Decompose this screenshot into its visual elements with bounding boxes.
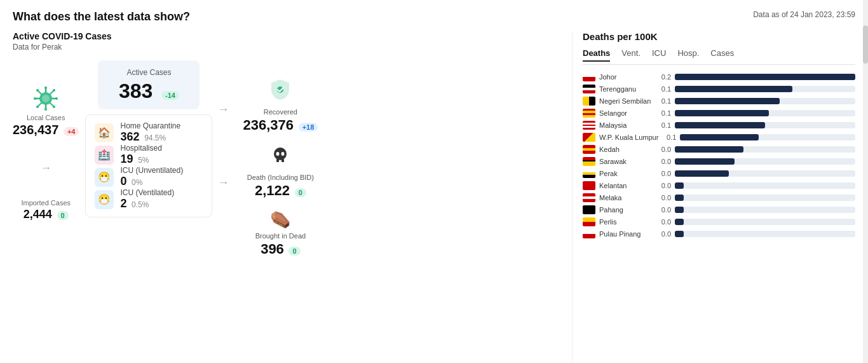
local-cases-number: 236,437: [13, 123, 58, 137]
bar-row-12: Perlis 0.0: [583, 217, 855, 226]
bar-bg-7: [675, 158, 855, 165]
breakdown-icon-3: 😷: [95, 190, 114, 209]
region-name-1: Terengganu: [599, 85, 653, 93]
arrow-to-outcomes-1[interactable]: →: [217, 103, 229, 116]
tab-deaths[interactable]: Deaths: [583, 48, 610, 62]
bar-row-3: Selangor 0.1: [583, 109, 855, 118]
bar-row-9: Kelantan 0.0: [583, 181, 855, 190]
bar-row-10: Melaka 0.0: [583, 193, 855, 202]
tab-vent[interactable]: Vent.: [621, 48, 641, 62]
left-panel: Active COVID-19 Cases Data for Perak: [13, 31, 559, 363]
svg-point-9: [55, 97, 58, 100]
region-name-6: Kedah: [599, 146, 653, 153]
flag-6: [583, 145, 595, 154]
bar-fill-8: [675, 170, 729, 177]
region-value-0: 0.2: [657, 73, 671, 81]
bar-bg-3: [675, 110, 855, 116]
bar-row-1: Terengganu 0.1: [583, 85, 855, 93]
tab-row: DeathsVent.ICUHosp.Cases: [583, 48, 855, 65]
breakdown-num-0: 362: [120, 130, 139, 143]
bar-bg-8: [675, 170, 855, 177]
bar-bg-12: [675, 219, 855, 225]
bar-fill-6: [675, 146, 743, 153]
outcome-badge-2: 0: [288, 247, 300, 256]
bar-fill-3: [675, 110, 769, 116]
outcomes-column: Recovered 236,376 +18 Death (Including B…: [234, 60, 327, 263]
data-timestamp: Data as of 24 Jan 2023, 23:59: [753, 10, 855, 19]
outcome-icon-0: [243, 78, 318, 106]
svg-point-11: [36, 89, 39, 92]
svg-rect-21: [281, 159, 284, 162]
svg-point-1: [42, 95, 50, 102]
breakdown-column: 🏠 Home Quarantine 362 94.5% 🏥 Hospitalis…: [85, 114, 212, 217]
bar-bg-4: [675, 122, 855, 128]
breakdown-icon-2: 😷: [95, 168, 114, 187]
tab-icu[interactable]: ICU: [652, 48, 666, 62]
outcome-num-0: 236,376: [243, 117, 294, 133]
arrow-to-outcomes-2[interactable]: →: [217, 176, 229, 189]
tab-cases[interactable]: Cases: [710, 48, 734, 62]
section-title: Active COVID-19 Cases: [13, 31, 559, 41]
breakdown-num-1: 19: [120, 153, 133, 165]
bar-fill-4: [675, 122, 765, 128]
scrollbar-thumb[interactable]: [863, 25, 868, 64]
bar-fill-1: [675, 86, 792, 92]
bar-bg-11: [675, 207, 855, 213]
region-name-5: W.P. Kuala Lumpur: [599, 134, 658, 141]
breakdown-icon-1: 🏥: [95, 146, 114, 165]
bar-row-6: Kedah 0.0: [583, 145, 855, 154]
breakdown-pct-2: 0%: [132, 178, 142, 187]
breakdown-label-1: Hospitalised: [120, 144, 161, 153]
breakdown-pct-3: 0.5%: [132, 200, 149, 209]
scrollbar[interactable]: [863, 0, 868, 363]
outcome-block-2: ⚰️ Brought in Dead 396 0: [234, 204, 327, 263]
region-value-7: 0.0: [657, 158, 671, 165]
flag-7: [583, 157, 595, 166]
breakdown-item-0: 🏠 Home Quarantine 362 94.5%: [95, 121, 203, 144]
local-imported-column: Local Cases 236,437 +4 → Imported Cases …: [13, 60, 85, 221]
region-name-3: Selangor: [599, 109, 653, 117]
active-cases-number: 383: [119, 79, 153, 102]
active-cases-badge: -14: [161, 91, 179, 100]
svg-line-14: [50, 91, 53, 94]
svg-rect-20: [276, 159, 279, 162]
svg-point-3: [44, 86, 47, 89]
outcome-icon-2: ⚰️: [243, 209, 318, 229]
breakdown-item-2: 😷 ICU (Unventilated) 0 0%: [95, 166, 203, 188]
dead-icon: ⚰️: [270, 210, 290, 229]
local-cases-label: Local Cases: [27, 114, 65, 121]
svg-point-23: [281, 152, 285, 156]
region-name-10: Melaka: [599, 194, 653, 202]
breakdown-icon-0: 🏠: [95, 123, 114, 142]
flag-13: [583, 229, 595, 238]
active-cases-box: Active Cases 383 -14: [98, 60, 200, 109]
bar-fill-9: [675, 182, 684, 189]
tab-hosp[interactable]: Hosp.: [677, 48, 699, 62]
bar-bg-6: [675, 146, 855, 153]
bar-bg-2: [675, 98, 855, 104]
bar-bg-0: [675, 74, 855, 80]
region-value-8: 0.0: [657, 170, 671, 177]
flag-9: [583, 181, 595, 190]
region-name-9: Kelantan: [599, 182, 653, 189]
breakdown-pct-1: 5%: [138, 156, 149, 165]
bar-row-0: Johor 0.2: [583, 72, 855, 81]
flag-2: [583, 97, 595, 106]
bar-fill-5: [680, 134, 759, 140]
flag-10: [583, 193, 595, 202]
outcome-block-0: Recovered 236,376 +18: [234, 73, 327, 139]
flag-4: [583, 121, 595, 130]
bar-row-8: Perak 0.0: [583, 169, 855, 178]
region-name-2: Negeri Sembilan: [599, 97, 653, 105]
region-name-11: Pahang: [599, 206, 653, 214]
breakdown-label-3: ICU (Ventilated): [120, 188, 174, 197]
outcome-label-2: Brought in Dead: [243, 232, 318, 240]
region-value-3: 0.1: [657, 109, 671, 117]
right-panel-title: Deaths per 100K: [583, 31, 855, 42]
region-value-10: 0.0: [657, 194, 671, 202]
local-cases-arrow[interactable]: →: [40, 161, 51, 175]
outcome-label-0: Recovered: [243, 108, 318, 116]
outcome-badge-1: 0: [295, 188, 306, 197]
region-name-7: Sarawak: [599, 158, 653, 165]
local-cases-badge: +4: [64, 127, 79, 136]
